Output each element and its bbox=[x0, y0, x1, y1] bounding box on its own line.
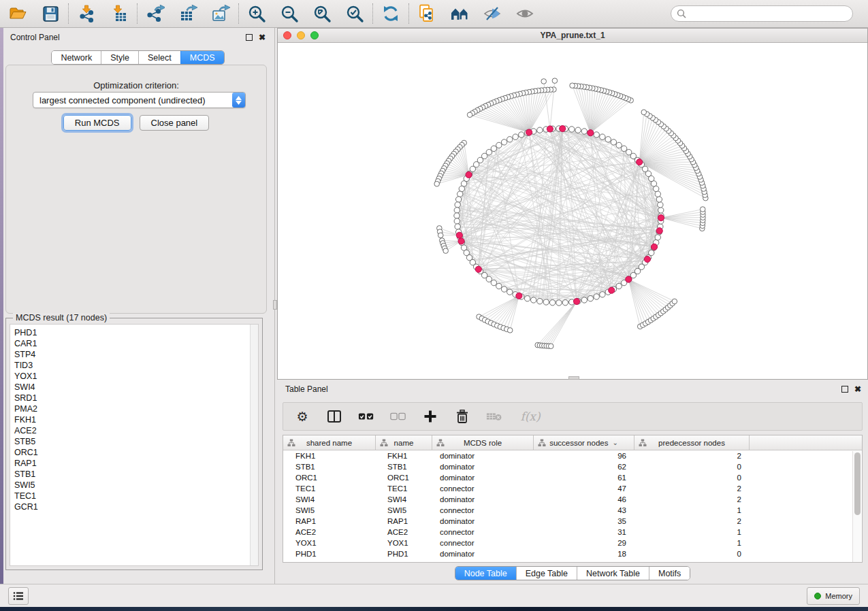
network-node[interactable] bbox=[434, 181, 440, 186]
table-row[interactable]: YOX1YOX1connector291 bbox=[283, 538, 862, 548]
criterion-dropdown[interactable]: largest connected component (undirected) bbox=[33, 92, 246, 108]
network-node[interactable] bbox=[581, 129, 587, 134]
mcds-hub-node[interactable] bbox=[516, 293, 522, 299]
delete-column-icon[interactable] bbox=[454, 408, 470, 425]
network-node[interactable] bbox=[507, 328, 513, 333]
table-row[interactable]: PHD1PHD1dominator180 bbox=[283, 548, 862, 559]
mcds-hub-node[interactable] bbox=[644, 256, 650, 262]
mcds-result-item[interactable]: SRD1 bbox=[14, 393, 258, 403]
mcds-hub-node[interactable] bbox=[526, 129, 532, 135]
mcds-result-item[interactable]: STB1 bbox=[14, 469, 258, 480]
network-node[interactable] bbox=[655, 191, 660, 197]
network-node[interactable] bbox=[562, 300, 568, 306]
network-node[interactable] bbox=[454, 213, 460, 218]
network-node[interactable] bbox=[467, 112, 472, 118]
run-mcds-button[interactable]: Run MCDS bbox=[63, 115, 131, 131]
mcds-hub-node[interactable] bbox=[651, 244, 657, 250]
window-minimize-icon[interactable] bbox=[297, 31, 305, 39]
network-node[interactable] bbox=[626, 149, 631, 154]
network-node[interactable] bbox=[641, 110, 647, 115]
network-node[interactable] bbox=[537, 299, 543, 304]
save-icon[interactable] bbox=[41, 4, 60, 23]
mcds-hub-node[interactable] bbox=[609, 287, 615, 293]
task-history-button[interactable] bbox=[8, 587, 29, 605]
network-node[interactable] bbox=[455, 202, 460, 208]
table-row[interactable]: SWI5SWI5connector431 bbox=[283, 505, 862, 516]
network-node[interactable] bbox=[486, 276, 492, 282]
mcds-hub-node[interactable] bbox=[466, 171, 472, 178]
columns-icon[interactable] bbox=[326, 408, 342, 425]
clear-table-icon[interactable] bbox=[486, 408, 502, 425]
select-all-icon[interactable] bbox=[358, 408, 374, 425]
network-node[interactable] bbox=[672, 299, 677, 304]
table-row[interactable]: ORC1ORC1dominator610 bbox=[283, 472, 862, 483]
window-zoom-icon[interactable] bbox=[310, 31, 319, 39]
memory-button[interactable]: Memory bbox=[807, 587, 860, 605]
network-node[interactable] bbox=[496, 142, 502, 148]
mcds-hub-node[interactable] bbox=[560, 125, 566, 131]
mcds-list-scrollbar[interactable] bbox=[250, 325, 258, 565]
network-node[interactable] bbox=[455, 224, 460, 229]
close-panel-button[interactable]: Close panel bbox=[140, 115, 210, 131]
network-node[interactable] bbox=[543, 299, 549, 305]
open-folder-icon[interactable] bbox=[8, 4, 27, 23]
table-scrollbar[interactable] bbox=[852, 451, 861, 562]
network-node[interactable] bbox=[616, 142, 622, 148]
mcds-result-item[interactable]: STP4 bbox=[14, 349, 258, 360]
column-header-successor-nodes[interactable]: successor nodes⌄ bbox=[534, 435, 634, 450]
tab-select[interactable]: Select bbox=[138, 51, 180, 64]
table-row[interactable]: FKH1FKH1dominator962 bbox=[283, 450, 862, 461]
network-node[interactable] bbox=[438, 233, 443, 238]
network-node[interactable] bbox=[700, 207, 705, 212]
network-node[interactable] bbox=[524, 296, 530, 301]
close-panel-icon[interactable]: ✖ bbox=[259, 34, 266, 41]
network-node[interactable] bbox=[507, 289, 513, 295]
show-all-icon[interactable] bbox=[515, 4, 534, 23]
network-node[interactable] bbox=[656, 197, 662, 202]
mcds-result-item[interactable]: SWI4 bbox=[14, 382, 258, 393]
network-node[interactable] bbox=[569, 127, 575, 132]
mcds-result-item[interactable]: RAP1 bbox=[14, 458, 258, 469]
network-node[interactable] bbox=[501, 286, 507, 292]
table-row[interactable]: RAP1RAP1dominator352 bbox=[283, 516, 862, 527]
network-node[interactable] bbox=[496, 283, 502, 288]
table-row[interactable]: STB1STB1dominator620 bbox=[283, 461, 862, 472]
mcds-hub-node[interactable] bbox=[547, 126, 553, 132]
deselect-all-icon[interactable] bbox=[390, 408, 406, 425]
network-node[interactable] bbox=[594, 294, 599, 299]
tab-network[interactable]: Network bbox=[52, 51, 101, 64]
zoom-selected-icon[interactable] bbox=[345, 4, 364, 23]
zoom-fit-icon[interactable] bbox=[312, 4, 332, 23]
network-node[interactable] bbox=[491, 146, 496, 151]
export-image-icon[interactable] bbox=[211, 4, 230, 23]
network-node[interactable] bbox=[501, 139, 507, 145]
network-node[interactable] bbox=[491, 280, 496, 285]
network-node[interactable] bbox=[541, 79, 547, 84]
mcds-result-item[interactable]: YOX1 bbox=[14, 371, 258, 382]
network-node[interactable] bbox=[443, 248, 449, 254]
network-node[interactable] bbox=[537, 127, 543, 133]
mcds-result-item[interactable]: TID3 bbox=[14, 360, 258, 371]
hide-selected-icon[interactable] bbox=[483, 4, 502, 23]
network-node[interactable] bbox=[600, 292, 605, 297]
column-header-name[interactable]: name bbox=[376, 435, 432, 450]
network-node[interactable] bbox=[581, 297, 587, 303]
mcds-result-item[interactable]: FKH1 bbox=[14, 414, 258, 425]
mcds-hub-node[interactable] bbox=[458, 238, 464, 244]
clone-network-icon[interactable] bbox=[417, 4, 436, 23]
export-table-icon[interactable] bbox=[178, 4, 197, 23]
network-node[interactable] bbox=[616, 283, 622, 288]
column-header-shared-name[interactable]: shared name bbox=[283, 435, 376, 450]
network-node[interactable] bbox=[588, 296, 593, 301]
mcds-result-list[interactable]: PHD1CAR1STP4TID3YOX1SWI4SRD1PMA2FKH1ACE2… bbox=[10, 324, 259, 566]
mcds-hub-node[interactable] bbox=[626, 276, 632, 282]
network-node[interactable] bbox=[552, 78, 558, 84]
network-window-titlebar[interactable]: YPA_prune.txt_1 bbox=[278, 29, 867, 43]
network-node[interactable] bbox=[455, 197, 461, 202]
import-network-icon[interactable] bbox=[77, 4, 96, 23]
network-node[interactable] bbox=[605, 137, 611, 142]
network-node[interactable] bbox=[457, 191, 463, 197]
network-node[interactable] bbox=[600, 134, 605, 139]
mcds-result-item[interactable]: ACE2 bbox=[14, 425, 258, 436]
table-row[interactable]: ACE2ACE2connector311 bbox=[283, 527, 862, 538]
